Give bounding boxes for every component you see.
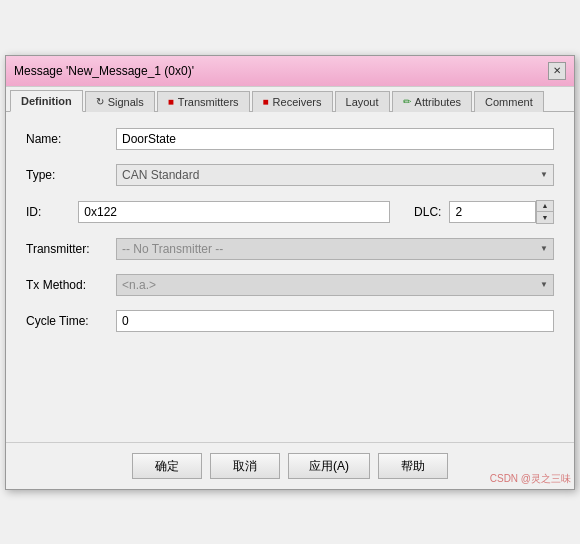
- tab-comment-label: Comment: [485, 96, 533, 108]
- spacer: [26, 346, 554, 426]
- watermark: CSDN @灵之三味: [490, 472, 571, 486]
- help-button[interactable]: 帮助: [378, 453, 448, 479]
- dlc-decrement-button[interactable]: ▼: [537, 212, 553, 223]
- id-input[interactable]: [78, 201, 390, 223]
- dlc-label: DLC:: [414, 205, 441, 219]
- type-field-wrapper: CAN Standard ▼: [116, 164, 554, 186]
- tab-signals-label: Signals: [108, 96, 144, 108]
- type-select-value: CAN Standard: [122, 168, 199, 182]
- transmitter-select-value: -- No Transmitter --: [122, 242, 223, 256]
- tab-receivers-label: Receivers: [273, 96, 322, 108]
- type-select-arrow: ▼: [540, 170, 548, 179]
- tab-transmitters-label: Transmitters: [178, 96, 239, 108]
- name-label: Name:: [26, 132, 116, 146]
- dlc-spinner: ▲ ▼: [449, 200, 554, 224]
- confirm-button[interactable]: 确定: [132, 453, 202, 479]
- transmitter-select-wrapper: -- No Transmitter -- ▼: [116, 238, 554, 260]
- attributes-icon: ✏: [403, 96, 411, 107]
- transmitter-label: Transmitter:: [26, 242, 116, 256]
- transmitter-select-arrow: ▼: [540, 244, 548, 253]
- tx-method-row: Tx Method: <n.a.> ▼: [26, 274, 554, 296]
- tab-attributes-label: Attributes: [415, 96, 461, 108]
- tab-bar: Definition ↻ Signals ■ Transmitters ■ Re…: [6, 87, 574, 112]
- close-button[interactable]: ✕: [548, 62, 566, 80]
- cycle-time-input[interactable]: [116, 310, 554, 332]
- tx-method-select-value: <n.a.>: [122, 278, 156, 292]
- tab-comment[interactable]: Comment: [474, 91, 544, 112]
- transmitter-field-wrapper: -- No Transmitter -- ▼: [116, 238, 554, 260]
- type-select-wrapper: CAN Standard ▼: [116, 164, 554, 186]
- transmitters-icon: ■: [168, 96, 174, 107]
- transmitter-select[interactable]: -- No Transmitter -- ▼: [116, 238, 554, 260]
- dlc-spinner-buttons: ▲ ▼: [536, 200, 554, 224]
- form-content: Name: Type: CAN Standard ▼ ID: DLC:: [6, 112, 574, 442]
- cycle-time-label: Cycle Time:: [26, 314, 116, 328]
- cancel-button[interactable]: 取消: [210, 453, 280, 479]
- tab-layout-label: Layout: [346, 96, 379, 108]
- tx-method-select-wrapper: <n.a.> ▼: [116, 274, 554, 296]
- tab-layout[interactable]: Layout: [335, 91, 390, 112]
- dlc-increment-button[interactable]: ▲: [537, 201, 553, 212]
- title-text: Message 'New_Message_1 (0x0)': [14, 64, 194, 78]
- name-field-wrapper: [116, 128, 554, 150]
- type-label: Type:: [26, 168, 116, 182]
- tab-signals[interactable]: ↻ Signals: [85, 91, 155, 112]
- receivers-icon: ■: [263, 96, 269, 107]
- type-select[interactable]: CAN Standard ▼: [116, 164, 554, 186]
- tab-definition[interactable]: Definition: [10, 90, 83, 112]
- dialog: Message 'New_Message_1 (0x0)' ✕ Definiti…: [5, 55, 575, 490]
- transmitter-row: Transmitter: -- No Transmitter -- ▼: [26, 238, 554, 260]
- title-bar: Message 'New_Message_1 (0x0)' ✕: [6, 56, 574, 87]
- tx-method-select[interactable]: <n.a.> ▼: [116, 274, 554, 296]
- name-input[interactable]: [116, 128, 554, 150]
- name-row: Name:: [26, 128, 554, 150]
- tx-method-label: Tx Method:: [26, 278, 116, 292]
- tab-transmitters[interactable]: ■ Transmitters: [157, 91, 250, 112]
- tab-attributes[interactable]: ✏ Attributes: [392, 91, 472, 112]
- signals-icon: ↻: [96, 96, 104, 107]
- tx-method-field-wrapper: <n.a.> ▼: [116, 274, 554, 296]
- cycle-time-row: Cycle Time:: [26, 310, 554, 332]
- tab-definition-label: Definition: [21, 95, 72, 107]
- apply-button[interactable]: 应用(A): [288, 453, 370, 479]
- id-label: ID:: [26, 205, 78, 219]
- type-row: Type: CAN Standard ▼: [26, 164, 554, 186]
- tab-receivers[interactable]: ■ Receivers: [252, 91, 333, 112]
- dlc-input[interactable]: [449, 201, 536, 223]
- tx-method-select-arrow: ▼: [540, 280, 548, 289]
- id-dlc-row: ID: DLC: ▲ ▼: [26, 200, 554, 224]
- cycle-time-field-wrapper: [116, 310, 554, 332]
